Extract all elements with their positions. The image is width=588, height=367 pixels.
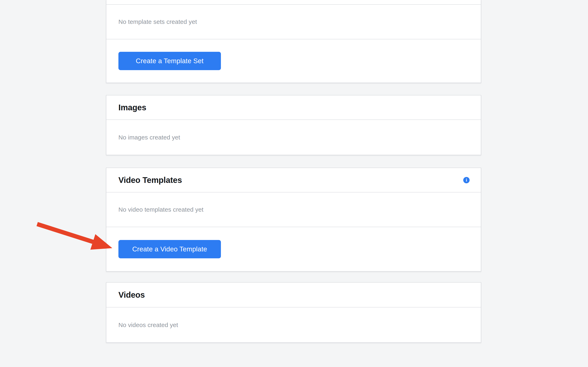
dashboard-page: No template sets created yet Create a Te…	[0, 0, 588, 367]
info-icon[interactable]: i	[463, 177, 470, 183]
red-arrow-annotation-icon	[32, 219, 118, 254]
video-templates-action-row: Create a Video Template	[106, 227, 481, 271]
images-card: Images No images created yet	[106, 95, 481, 155]
create-template-set-button[interactable]: Create a Template Set	[118, 52, 221, 70]
template-sets-card: No template sets created yet Create a Te…	[106, 0, 481, 83]
template-sets-empty-row: No template sets created yet	[106, 5, 481, 39]
videos-card: Videos No videos created yet	[106, 282, 481, 343]
images-header-row: Images	[106, 95, 481, 120]
videos-empty-row: No videos created yet	[106, 308, 481, 342]
videos-header-row: Videos	[106, 283, 481, 308]
video-templates-title: Video Templates	[118, 175, 182, 185]
video-templates-header-row: Video Templates i	[106, 168, 481, 192]
create-video-template-button[interactable]: Create a Video Template	[118, 240, 221, 258]
video-templates-empty-row: No video templates created yet	[106, 192, 481, 227]
template-sets-action-row: Create a Template Set	[106, 39, 481, 83]
template-sets-empty-text: No template sets created yet	[118, 18, 197, 25]
video-templates-empty-text: No video templates created yet	[118, 206, 204, 213]
template-sets-header-cutoff	[106, 0, 481, 5]
videos-title: Videos	[118, 290, 145, 300]
video-templates-card: Video Templates i No video templates cre…	[106, 167, 481, 272]
images-empty-row: No images created yet	[106, 120, 481, 155]
images-title: Images	[118, 103, 146, 112]
videos-empty-text: No videos created yet	[118, 322, 178, 328]
images-empty-text: No images created yet	[118, 134, 180, 141]
